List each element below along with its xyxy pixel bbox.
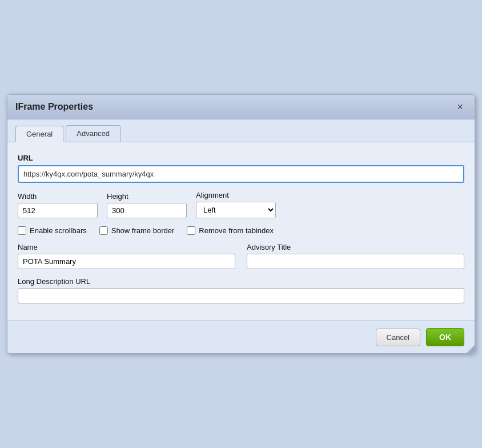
width-input[interactable] bbox=[18, 203, 98, 218]
advisory-title-group: Advisory Title bbox=[247, 243, 464, 269]
dialog-footer: Cancel OK bbox=[7, 321, 475, 353]
iframe-properties-dialog: IFrame Properties × General Advanced URL… bbox=[7, 94, 475, 354]
tab-general[interactable]: General bbox=[15, 126, 63, 142]
width-group: Width bbox=[18, 192, 98, 218]
dialog-title-bar: IFrame Properties × bbox=[7, 95, 475, 119]
name-group: Name bbox=[18, 243, 235, 269]
checkbox-scrollbars[interactable] bbox=[18, 226, 26, 235]
close-button[interactable]: × bbox=[453, 101, 467, 113]
height-input[interactable] bbox=[107, 203, 187, 218]
tab-bar: General Advanced bbox=[7, 119, 475, 142]
checkboxes-row: Enable scrollbars Show frame border Remo… bbox=[18, 226, 464, 235]
checkbox-border-label[interactable]: Show frame border bbox=[99, 226, 175, 235]
alignment-select[interactable]: Left Center Right bbox=[196, 202, 276, 218]
cancel-button[interactable]: Cancel bbox=[376, 329, 420, 346]
checkbox-border[interactable] bbox=[99, 226, 108, 235]
advisory-title-input[interactable] bbox=[247, 254, 464, 269]
checkbox-scrollbars-label[interactable]: Enable scrollbars bbox=[18, 226, 87, 235]
long-desc-group: Long Description URL bbox=[18, 277, 464, 303]
tab-advanced[interactable]: Advanced bbox=[66, 125, 120, 142]
ok-button[interactable]: OK bbox=[426, 328, 464, 346]
checkbox-tabindex-label[interactable]: Remove from tabindex bbox=[187, 226, 274, 235]
alignment-group: Alignment Left Center Right bbox=[196, 191, 276, 218]
width-label: Width bbox=[18, 192, 98, 201]
checkbox-tabindex[interactable] bbox=[187, 226, 195, 235]
dialog-title: IFrame Properties bbox=[15, 102, 93, 112]
name-advisory-row: Name Advisory Title bbox=[18, 243, 464, 269]
name-input[interactable] bbox=[18, 254, 235, 269]
dimension-fields: Width Height Alignment Left Center Right bbox=[18, 191, 464, 218]
url-label: URL bbox=[18, 154, 464, 162]
long-desc-label: Long Description URL bbox=[18, 277, 464, 286]
height-label: Height bbox=[107, 192, 187, 201]
long-desc-input[interactable] bbox=[18, 288, 464, 303]
url-input[interactable] bbox=[18, 165, 464, 183]
corner-decoration bbox=[467, 345, 475, 353]
dialog-body: URL Width Height Alignment Left Center R… bbox=[7, 142, 475, 321]
name-label: Name bbox=[18, 243, 235, 251]
advisory-title-label: Advisory Title bbox=[247, 243, 464, 251]
footer-wrapper: Cancel OK bbox=[7, 321, 475, 353]
alignment-label: Alignment bbox=[196, 191, 276, 199]
height-group: Height bbox=[107, 192, 187, 218]
